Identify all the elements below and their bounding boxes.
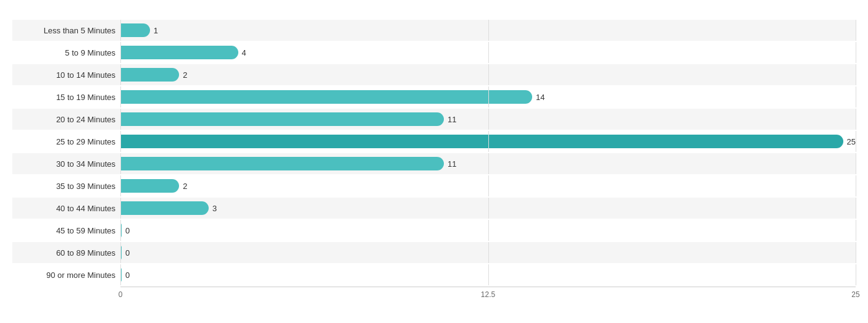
bar-value: 3 bbox=[212, 204, 217, 213]
bar-track: 11 bbox=[120, 153, 856, 174]
bar-row: 45 to 59 Minutes0 bbox=[12, 220, 856, 241]
bar-fill bbox=[120, 112, 444, 126]
bar-fill bbox=[120, 246, 122, 259]
bar-value: 4 bbox=[242, 48, 246, 57]
bar-label: 10 to 14 Minutes bbox=[12, 70, 120, 80]
bar-fill bbox=[120, 68, 179, 82]
bar-fill bbox=[120, 46, 238, 59]
bar-label: 5 to 9 Minutes bbox=[12, 48, 120, 57]
bar-value: 11 bbox=[448, 159, 456, 169]
x-axis: 012.525 bbox=[120, 287, 856, 304]
chart-container: Less than 5 Minutes15 to 9 Minutes410 to… bbox=[0, 0, 868, 323]
bar-track: 0 bbox=[120, 264, 856, 285]
bar-fill bbox=[120, 179, 179, 193]
bar-fill bbox=[120, 224, 122, 237]
bar-value: 25 bbox=[847, 137, 856, 146]
x-axis-tick: 0 bbox=[119, 290, 123, 299]
bar-track: 2 bbox=[120, 175, 856, 196]
bar-row: 25 to 29 Minutes25 bbox=[12, 131, 856, 152]
bar-value: 0 bbox=[125, 271, 130, 280]
bar-label: 45 to 59 Minutes bbox=[12, 226, 120, 235]
bar-row: 30 to 34 Minutes11 bbox=[12, 153, 856, 174]
bar-track: 14 bbox=[120, 86, 856, 107]
bar-value: 1 bbox=[154, 26, 158, 35]
bar-track: 3 bbox=[120, 198, 856, 219]
bar-row: 60 to 89 Minutes0 bbox=[12, 242, 856, 263]
x-axis-tick: 25 bbox=[851, 290, 859, 299]
bar-row: 35 to 39 Minutes2 bbox=[12, 175, 856, 196]
bar-label: Less than 5 Minutes bbox=[12, 26, 120, 35]
bar-row: 5 to 9 Minutes4 bbox=[12, 42, 856, 63]
bar-label: 15 to 19 Minutes bbox=[12, 93, 120, 102]
bar-label: 25 to 29 Minutes bbox=[12, 137, 120, 146]
bar-label: 40 to 44 Minutes bbox=[12, 204, 120, 213]
bar-track: 1 bbox=[120, 20, 856, 41]
bar-row: 20 to 24 Minutes11 bbox=[12, 109, 856, 130]
bar-row: 10 to 14 Minutes2 bbox=[12, 64, 856, 85]
bar-row: Less than 5 Minutes1 bbox=[12, 20, 856, 41]
bar-track: 0 bbox=[120, 242, 856, 263]
bar-value: 14 bbox=[536, 93, 545, 102]
bar-track: 0 bbox=[120, 220, 856, 241]
bar-fill bbox=[120, 23, 150, 37]
bar-track: 4 bbox=[120, 42, 856, 63]
bar-fill bbox=[120, 157, 444, 170]
bar-value: 0 bbox=[125, 226, 130, 235]
bar-label: 60 to 89 Minutes bbox=[12, 248, 120, 258]
bar-value: 2 bbox=[183, 182, 187, 191]
bar-row: 15 to 19 Minutes14 bbox=[12, 86, 856, 107]
bar-label: 30 to 34 Minutes bbox=[12, 159, 120, 169]
bars-area: Less than 5 Minutes15 to 9 Minutes410 to… bbox=[12, 20, 856, 285]
bar-track: 11 bbox=[120, 109, 856, 130]
bar-value: 11 bbox=[448, 115, 456, 124]
bar-label: 20 to 24 Minutes bbox=[12, 115, 120, 124]
bar-fill bbox=[120, 268, 122, 282]
bar-track: 2 bbox=[120, 64, 856, 85]
bar-value: 2 bbox=[183, 70, 187, 80]
bar-fill bbox=[120, 201, 209, 215]
x-axis-tick: 12.5 bbox=[481, 290, 495, 299]
bar-label: 90 or more Minutes bbox=[12, 271, 120, 280]
bar-row: 40 to 44 Minutes3 bbox=[12, 198, 856, 219]
bar-fill bbox=[120, 90, 532, 104]
bar-track: 25 bbox=[120, 131, 856, 152]
bar-label: 35 to 39 Minutes bbox=[12, 182, 120, 191]
bar-value: 0 bbox=[125, 248, 130, 258]
bar-row: 90 or more Minutes0 bbox=[12, 264, 856, 285]
bar-fill bbox=[120, 135, 843, 148]
